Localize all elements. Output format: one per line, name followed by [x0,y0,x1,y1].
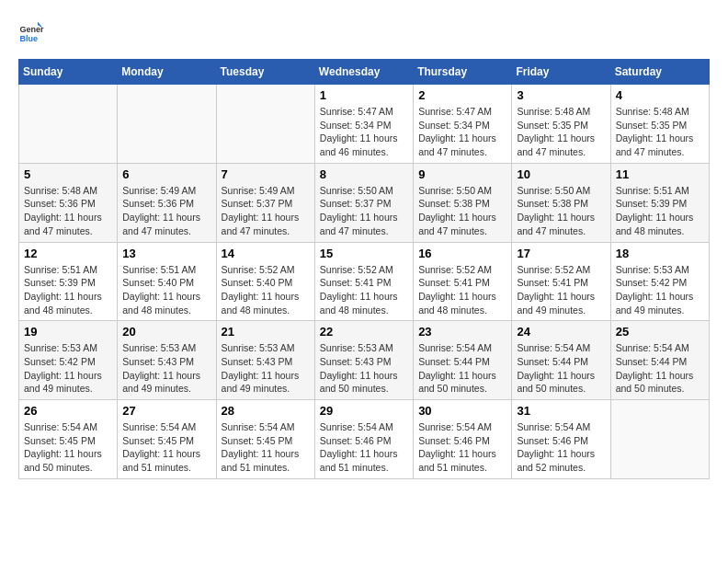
calendar-cell: 13Sunrise: 5:51 AM Sunset: 5:40 PM Dayli… [118,242,216,321]
calendar-cell: 31Sunrise: 5:54 AM Sunset: 5:46 PM Dayli… [512,400,610,479]
day-info: Sunrise: 5:49 AM Sunset: 5:37 PM Dayligh… [222,184,310,238]
day-number: 18 [616,247,704,260]
day-number: 10 [517,167,605,181]
day-number: 11 [616,167,704,181]
day-number: 25 [616,325,704,339]
day-info: Sunrise: 5:54 AM Sunset: 5:46 PM Dayligh… [418,420,506,475]
day-info: Sunrise: 5:54 AM Sunset: 5:45 PM Dayligh… [222,420,310,475]
calendar-cell: 9Sunrise: 5:50 AM Sunset: 5:38 PM Daylig… [414,163,512,242]
day-info: Sunrise: 5:50 AM Sunset: 5:37 PM Dayligh… [320,184,408,238]
day-info: Sunrise: 5:54 AM Sunset: 5:44 PM Dayligh… [418,341,506,396]
day-info: Sunrise: 5:50 AM Sunset: 5:38 PM Dayligh… [517,184,605,238]
calendar-cell: 4Sunrise: 5:48 AM Sunset: 5:35 PM Daylig… [610,85,709,164]
day-number: 2 [418,88,506,102]
calendar-cell: 6Sunrise: 5:49 AM Sunset: 5:36 PM Daylig… [118,163,216,242]
svg-text:Blue: Blue [19,34,38,43]
calendar-cell: 5Sunrise: 5:48 AM Sunset: 5:36 PM Daylig… [19,163,118,242]
day-number: 9 [418,167,506,181]
day-info: Sunrise: 5:51 AM Sunset: 5:40 PM Dayligh… [122,263,210,317]
day-number: 28 [222,404,310,418]
day-number: 8 [320,167,408,181]
calendar-cell [610,400,709,479]
day-number: 4 [616,88,704,102]
day-number: 5 [24,167,112,181]
day-number: 13 [122,247,210,260]
calendar-cell: 8Sunrise: 5:50 AM Sunset: 5:37 PM Daylig… [314,163,413,242]
calendar-cell: 14Sunrise: 5:52 AM Sunset: 5:40 PM Dayli… [216,242,314,321]
calendar-cell: 16Sunrise: 5:52 AM Sunset: 5:41 PM Dayli… [414,242,512,321]
day-info: Sunrise: 5:54 AM Sunset: 5:45 PM Dayligh… [24,420,112,475]
weekday-header-thursday: Thursday [414,60,512,85]
day-info: Sunrise: 5:52 AM Sunset: 5:41 PM Dayligh… [320,263,408,317]
calendar-cell: 11Sunrise: 5:51 AM Sunset: 5:39 PM Dayli… [610,163,709,242]
day-number: 21 [222,325,310,339]
day-info: Sunrise: 5:48 AM Sunset: 5:35 PM Dayligh… [616,105,704,159]
calendar-cell: 21Sunrise: 5:53 AM Sunset: 5:43 PM Dayli… [216,321,314,400]
calendar-cell: 20Sunrise: 5:53 AM Sunset: 5:43 PM Dayli… [118,321,216,400]
day-number: 15 [320,247,408,260]
calendar-cell [216,85,314,164]
day-number: 29 [320,404,408,418]
calendar-cell: 1Sunrise: 5:47 AM Sunset: 5:34 PM Daylig… [314,85,413,164]
weekday-header-friday: Friday [512,60,610,85]
day-info: Sunrise: 5:52 AM Sunset: 5:41 PM Dayligh… [418,263,506,317]
day-info: Sunrise: 5:49 AM Sunset: 5:36 PM Dayligh… [122,184,210,238]
calendar-table: SundayMondayTuesdayWednesdayThursdayFrid… [18,59,710,479]
day-info: Sunrise: 5:53 AM Sunset: 5:43 PM Dayligh… [222,341,310,396]
calendar-cell: 29Sunrise: 5:54 AM Sunset: 5:46 PM Dayli… [314,400,413,479]
day-info: Sunrise: 5:47 AM Sunset: 5:34 PM Dayligh… [418,105,506,159]
day-info: Sunrise: 5:47 AM Sunset: 5:34 PM Dayligh… [320,105,408,159]
day-info: Sunrise: 5:52 AM Sunset: 5:41 PM Dayligh… [517,263,605,317]
calendar-cell: 15Sunrise: 5:52 AM Sunset: 5:41 PM Dayli… [314,242,413,321]
calendar-cell: 26Sunrise: 5:54 AM Sunset: 5:45 PM Dayli… [19,400,118,479]
calendar-week-4: 19Sunrise: 5:53 AM Sunset: 5:42 PM Dayli… [19,321,710,400]
calendar-cell: 28Sunrise: 5:54 AM Sunset: 5:45 PM Dayli… [216,400,314,479]
calendar-cell: 19Sunrise: 5:53 AM Sunset: 5:42 PM Dayli… [19,321,118,400]
calendar-cell: 30Sunrise: 5:54 AM Sunset: 5:46 PM Dayli… [414,400,512,479]
calendar-cell: 18Sunrise: 5:53 AM Sunset: 5:42 PM Dayli… [610,242,709,321]
logo: General Blue [18,18,44,44]
logo-icon: General Blue [18,18,44,44]
calendar-week-3: 12Sunrise: 5:51 AM Sunset: 5:39 PM Dayli… [19,242,710,321]
calendar-cell: 27Sunrise: 5:54 AM Sunset: 5:45 PM Dayli… [118,400,216,479]
day-info: Sunrise: 5:54 AM Sunset: 5:44 PM Dayligh… [517,341,605,396]
calendar-week-1: 1Sunrise: 5:47 AM Sunset: 5:34 PM Daylig… [19,85,710,164]
day-number: 20 [122,325,210,339]
day-number: 12 [24,247,112,260]
day-number: 14 [222,247,310,260]
day-info: Sunrise: 5:54 AM Sunset: 5:46 PM Dayligh… [517,420,605,475]
day-info: Sunrise: 5:54 AM Sunset: 5:46 PM Dayligh… [320,420,408,475]
day-number: 19 [24,325,112,339]
day-info: Sunrise: 5:50 AM Sunset: 5:38 PM Dayligh… [418,184,506,238]
calendar-cell [118,85,216,164]
calendar-cell: 17Sunrise: 5:52 AM Sunset: 5:41 PM Dayli… [512,242,610,321]
day-info: Sunrise: 5:53 AM Sunset: 5:42 PM Dayligh… [24,341,112,396]
calendar-cell: 22Sunrise: 5:53 AM Sunset: 5:43 PM Dayli… [314,321,413,400]
day-number: 17 [517,247,605,260]
calendar-cell: 2Sunrise: 5:47 AM Sunset: 5:34 PM Daylig… [414,85,512,164]
day-number: 27 [122,404,210,418]
calendar-cell: 23Sunrise: 5:54 AM Sunset: 5:44 PM Dayli… [414,321,512,400]
weekday-header-monday: Monday [118,60,216,85]
weekday-header-saturday: Saturday [610,60,709,85]
weekday-header-sunday: Sunday [19,60,118,85]
day-number: 31 [517,404,605,418]
weekday-header-wednesday: Wednesday [314,60,413,85]
calendar-cell: 25Sunrise: 5:54 AM Sunset: 5:44 PM Dayli… [610,321,709,400]
calendar-cell: 3Sunrise: 5:48 AM Sunset: 5:35 PM Daylig… [512,85,610,164]
calendar-cell: 12Sunrise: 5:51 AM Sunset: 5:39 PM Dayli… [19,242,118,321]
day-info: Sunrise: 5:53 AM Sunset: 5:43 PM Dayligh… [122,341,210,396]
calendar-week-5: 26Sunrise: 5:54 AM Sunset: 5:45 PM Dayli… [19,400,710,479]
weekday-header-tuesday: Tuesday [216,60,314,85]
day-number: 1 [320,88,408,102]
calendar-cell: 7Sunrise: 5:49 AM Sunset: 5:37 PM Daylig… [216,163,314,242]
day-info: Sunrise: 5:48 AM Sunset: 5:35 PM Dayligh… [517,105,605,159]
calendar-cell [19,85,118,164]
day-info: Sunrise: 5:54 AM Sunset: 5:45 PM Dayligh… [122,420,210,475]
day-info: Sunrise: 5:51 AM Sunset: 5:39 PM Dayligh… [616,184,704,238]
day-number: 26 [24,404,112,418]
day-number: 6 [122,167,210,181]
day-number: 24 [517,325,605,339]
day-number: 7 [222,167,310,181]
day-number: 3 [517,88,605,102]
